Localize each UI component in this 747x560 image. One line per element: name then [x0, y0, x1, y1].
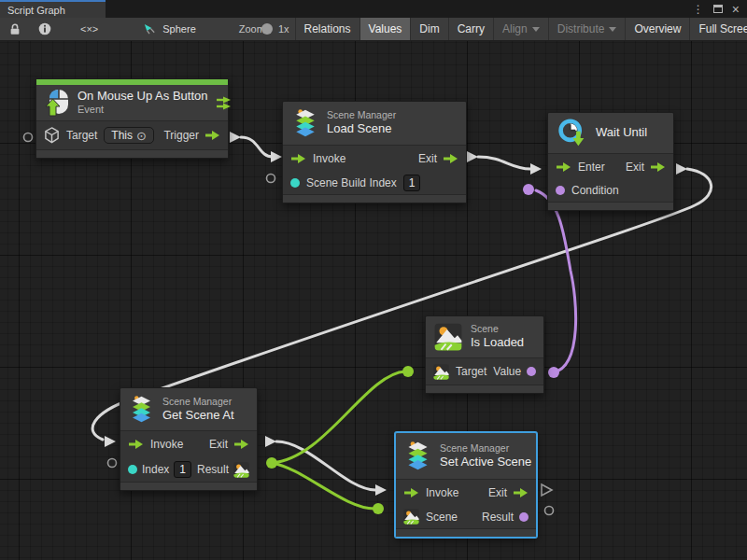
- node-title: Set Active Scene: [440, 455, 531, 469]
- port-waituntil-condition-in[interactable]: [523, 184, 534, 195]
- scene-manager-icon: [292, 108, 318, 138]
- gameobject-cube-icon: [44, 127, 60, 144]
- node-title: Load Scene: [327, 121, 396, 136]
- node-is-loaded[interactable]: Scene Is Loaded Target Value: [425, 315, 544, 394]
- scene-manager-icon: [404, 441, 431, 471]
- index-port-dot[interactable]: [128, 465, 137, 474]
- target-self-value: This: [111, 129, 133, 142]
- condition-port-label: Condition: [571, 184, 619, 197]
- node-category: Scene Manager: [327, 109, 396, 121]
- port-getsceneat-exit[interactable]: [265, 436, 276, 447]
- result-port-label: Result: [482, 511, 514, 524]
- node-title: Get Scene At: [162, 408, 234, 423]
- node-footer: [120, 483, 257, 490]
- flow-out-arrow-icon[interactable]: [233, 439, 249, 450]
- invoke-port-label: Invoke: [150, 438, 183, 451]
- result-port-label: Result: [197, 463, 229, 476]
- port-waituntil-exit[interactable]: [676, 163, 687, 175]
- port-onmouseup-target-unconnected[interactable]: [24, 133, 33, 142]
- index-port-label: Index: [142, 463, 169, 476]
- port-setactivescene-exit-unconnected[interactable]: [542, 484, 552, 496]
- port-getsceneat-index-unconnected[interactable]: [108, 459, 117, 468]
- flow-out-arrow-icon[interactable]: [204, 130, 220, 141]
- index-input[interactable]: 1: [174, 461, 191, 478]
- scene-port-label: Scene: [426, 511, 458, 524]
- flow-out-arrow-icon[interactable]: [650, 161, 666, 173]
- result-port-dot[interactable]: [519, 512, 529, 522]
- port-trigger-out[interactable]: [230, 132, 241, 143]
- port-isloaded-target-in[interactable]: [402, 366, 414, 377]
- node-footer: [283, 195, 466, 203]
- flow-out-arrow-icon[interactable]: [443, 153, 458, 164]
- node-load-scene[interactable]: Scene Manager Load Scene Invoke Exit Sce…: [282, 101, 467, 203]
- exit-port-label: Exit: [418, 152, 437, 165]
- exit-port-label: Exit: [626, 161, 644, 174]
- node-title: Wait Until: [596, 125, 647, 140]
- node-subtitle: Event: [78, 104, 207, 117]
- port-setactivescene-result-unconnected[interactable]: [545, 507, 554, 515]
- flow-out-arrow-icon[interactable]: [513, 487, 529, 498]
- scene-build-index-label: Scene Build Index: [306, 176, 397, 189]
- scene-build-index-input[interactable]: 1: [403, 175, 421, 191]
- value-port-dot[interactable]: [527, 367, 536, 376]
- wire-trigger-to-loadscene[interactable]: [241, 137, 273, 157]
- node-category: Scene Manager: [440, 442, 531, 455]
- node-get-scene-at[interactable]: Scene Manager Get Scene At Invoke Exit I…: [120, 387, 258, 491]
- port-getsceneat-invoke-in[interactable]: [105, 436, 116, 447]
- port-isloaded-value-out[interactable]: [548, 367, 559, 378]
- port-loadscene-index-unconnected[interactable]: [267, 175, 275, 183]
- port-setactivescene-invoke-in[interactable]: [375, 484, 387, 496]
- mouse-icon: [45, 89, 69, 117]
- scene-result-icon[interactable]: [233, 462, 249, 478]
- scene-port-icon[interactable]: [403, 509, 419, 525]
- port-getsceneat-result-out[interactable]: [266, 457, 277, 469]
- invoke-port-label: Invoke: [426, 486, 458, 499]
- port-loadscene-invoke-in[interactable]: [271, 151, 282, 162]
- flow-in-arrow-icon[interactable]: [403, 487, 419, 498]
- object-picker-icon[interactable]: ⊙: [136, 130, 147, 142]
- value-port-label: Value: [493, 365, 521, 378]
- node-wait-until[interactable]: Wait Until Enter Exit Condition: [547, 112, 674, 211]
- node-footer: [36, 150, 228, 158]
- invoke-port-label: Invoke: [313, 152, 345, 165]
- scene-manager-icon: [129, 395, 154, 424]
- node-title: On Mouse Up As Button: [78, 89, 207, 104]
- port-waituntil-enter-in[interactable]: [530, 163, 542, 175]
- wait-until-clock-icon: [557, 118, 587, 148]
- node-category: Scene: [471, 323, 524, 335]
- target-port-label: Target: [66, 129, 97, 142]
- flow-in-arrow-icon[interactable]: [556, 161, 571, 173]
- trigger-port-label: Trigger: [163, 129, 199, 142]
- flow-in-arrow-icon[interactable]: [128, 439, 144, 450]
- exit-port-label: Exit: [488, 486, 507, 499]
- node-category: Scene Manager: [162, 396, 234, 408]
- node-set-active-scene[interactable]: Scene Manager Set Active Scene Invoke Ex…: [395, 432, 537, 538]
- scene-icon: [434, 323, 462, 351]
- node-footer: [548, 203, 673, 210]
- scene-port-icon[interactable]: [433, 364, 449, 380]
- port-setactivescene-scene-in[interactable]: [373, 503, 384, 514]
- node-footer: [426, 385, 543, 393]
- wire-result-to-isloaded[interactable]: [272, 371, 405, 463]
- wire-loadscene-to-waituntil[interactable]: [478, 157, 530, 169]
- node-on-mouse-up-as-button[interactable]: On Mouse Up As Button Event Target This …: [35, 78, 229, 159]
- node-title: Is Loaded: [471, 335, 524, 350]
- value-port-dot[interactable]: [290, 178, 300, 188]
- port-loadscene-exit[interactable]: [467, 151, 478, 162]
- target-self-chip[interactable]: This ⊙: [104, 127, 154, 144]
- condition-port-dot[interactable]: [556, 186, 565, 195]
- script-graph-window: Script Graph ⋮ × <×> Sphere Zoom 1x Rela…: [0, 0, 747, 560]
- target-port-label: Target: [456, 365, 486, 378]
- wire-getsceneat-to-setactivescene[interactable]: [276, 441, 375, 490]
- exit-port-label: Exit: [209, 438, 228, 451]
- enter-port-label: Enter: [578, 161, 605, 174]
- coroutine-toggle-icon[interactable]: [216, 96, 232, 110]
- node-footer: [396, 529, 536, 537]
- flow-in-arrow-icon[interactable]: [290, 153, 306, 164]
